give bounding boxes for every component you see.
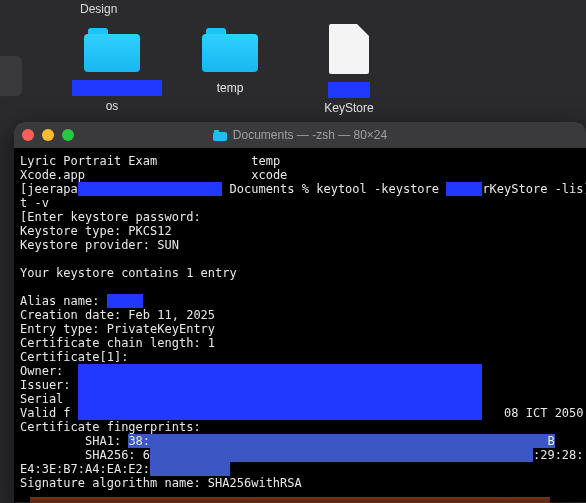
close-button[interactable]	[22, 129, 34, 141]
folder-item-redacted[interactable]: ████os	[72, 28, 152, 114]
window-titlebar[interactable]: Documents — -zsh — 80×24	[14, 122, 586, 148]
label-redacted: ██	[328, 82, 369, 98]
folder-label-design[interactable]: Design	[80, 2, 117, 16]
file-label: KeyStore	[324, 101, 373, 115]
terminal-output[interactable]: Lyric Portrait Exam temp Xcode.app xcode…	[14, 148, 586, 496]
terminal-window[interactable]: Documents — -zsh — 80×24 Lyric Portrait …	[14, 122, 586, 502]
document-icon	[329, 24, 369, 74]
window-title: Documents — -zsh — 80×24	[14, 128, 586, 142]
folder-icon	[84, 28, 140, 72]
folder-icon	[213, 130, 227, 141]
finder-sidebar-stub	[0, 56, 22, 96]
zoom-button[interactable]	[62, 129, 74, 141]
folder-item-temp[interactable]: temp	[190, 28, 270, 96]
window-title-text: Documents — -zsh — 80×24	[233, 128, 387, 142]
folder-icon	[202, 28, 258, 72]
file-item-keystore[interactable]: ██KeyStore	[304, 24, 394, 116]
finder-window[interactable]: Design ████os temp ██KeyStore	[0, 0, 586, 140]
dock-edge	[30, 497, 550, 503]
minimize-button[interactable]	[42, 129, 54, 141]
label-suffix: os	[106, 99, 119, 113]
folder-label: temp	[217, 81, 244, 95]
label-redacted: ████	[72, 80, 162, 96]
